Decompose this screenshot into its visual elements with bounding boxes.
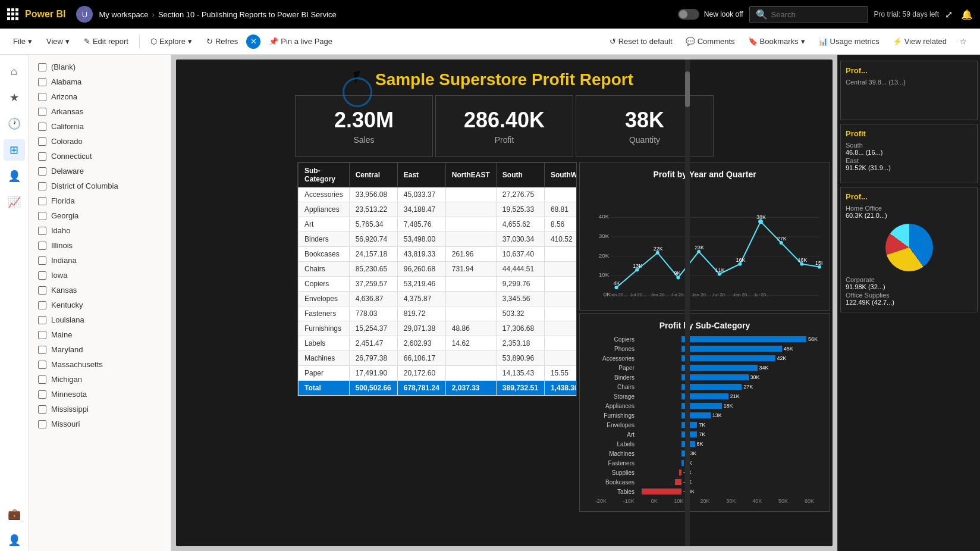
filter-checkbox[interactable]: [38, 182, 46, 190]
bar-chart-row: Phones45K: [587, 345, 822, 353]
bar-chart-row: Bookcases-3K: [587, 478, 822, 486]
filter-item[interactable]: Connecticut: [29, 149, 171, 164]
sidebar-metrics-icon[interactable]: 📈: [4, 192, 25, 213]
user-avatar[interactable]: U: [76, 6, 93, 23]
filter-checkbox[interactable]: [38, 93, 46, 101]
filter-item[interactable]: Arkansas: [29, 104, 171, 119]
filter-item[interactable]: Colorado: [29, 134, 171, 149]
filter-item[interactable]: Arizona: [29, 89, 171, 104]
expand-icon[interactable]: ⤢: [945, 9, 953, 20]
bookmarks-chevron-icon: ▾: [801, 37, 805, 46]
new-look-toggle[interactable]: New look off: [678, 9, 743, 20]
filter-item[interactable]: Delaware: [29, 164, 171, 179]
bar-container: 27K: [637, 383, 822, 391]
new-look-label: New look off: [704, 10, 743, 18]
comments-btn[interactable]: 💬 Comments: [680, 33, 741, 49]
view-menu[interactable]: View ▾: [40, 33, 76, 49]
filter-item[interactable]: Florida: [29, 193, 171, 208]
filter-item[interactable]: Kentucky: [29, 298, 171, 312]
filter-checkbox[interactable]: [38, 63, 46, 71]
filter-checkbox[interactable]: [38, 227, 46, 235]
profit-east: East91.52K (31.9...): [846, 157, 972, 171]
filter-item[interactable]: Massachusetts: [29, 357, 171, 372]
bar-container: 13K: [637, 411, 822, 419]
pin-live-btn[interactable]: 📌 Pin a live Page: [263, 33, 338, 49]
data-table[interactable]: Sub-CategoryCentralEastNorthEASTSouthSou…: [297, 162, 577, 396]
filter-item[interactable]: Idaho: [29, 223, 171, 238]
favorite-btn[interactable]: ☆: [954, 33, 973, 49]
filter-checkbox[interactable]: [38, 331, 46, 339]
explore-btn[interactable]: ⬡ Explore ▾: [145, 33, 198, 49]
filter-item[interactable]: Mississippi: [29, 402, 171, 417]
filter-item[interactable]: (Blank): [29, 60, 171, 74]
table-cell: 4,655.62: [496, 217, 544, 232]
filter-item[interactable]: Maryland: [29, 342, 171, 357]
table-cell: 43,819.33: [397, 247, 445, 262]
view-related-btn[interactable]: ⚡ View related: [887, 33, 953, 49]
table-total-cell: 678,781.24: [397, 381, 445, 396]
bar-container: 6K: [637, 440, 822, 448]
cancel-btn[interactable]: ✕: [246, 35, 260, 49]
filter-checkbox[interactable]: [38, 390, 46, 399]
section-link[interactable]: Section 10 - Publishing Reports to Power…: [158, 10, 337, 19]
filter-item[interactable]: Iowa: [29, 268, 171, 283]
table-cell: Accessories: [299, 187, 350, 202]
filter-checkbox[interactable]: [38, 152, 46, 161]
filter-item[interactable]: Michigan: [29, 372, 171, 387]
refresh-btn[interactable]: ↻ Refres: [200, 33, 244, 49]
filter-checkbox[interactable]: [38, 212, 46, 220]
svg-text:16K: 16K: [736, 257, 745, 263]
notifications-icon[interactable]: 🔔: [961, 9, 973, 20]
filter-checkbox[interactable]: [38, 375, 46, 384]
filter-checkbox[interactable]: [38, 197, 46, 205]
filter-item[interactable]: Indiana: [29, 253, 171, 268]
filter-checkbox[interactable]: [38, 420, 46, 428]
filter-checkbox[interactable]: [38, 271, 46, 280]
filter-item[interactable]: Maine: [29, 327, 171, 342]
sidebar-recent-icon[interactable]: 🕐: [4, 113, 25, 134]
sidebar-apps-icon[interactable]: ⊞: [4, 139, 25, 161]
filter-item[interactable]: Alabama: [29, 74, 171, 89]
filter-panel: (Blank)AlabamaArizonaArkansasCaliforniaC…: [29, 55, 171, 551]
vertical-scrollbar[interactable]: [685, 60, 690, 546]
bookmarks-btn[interactable]: 🔖 Bookmarks ▾: [742, 33, 811, 49]
filter-item[interactable]: Missouri: [29, 417, 171, 431]
filter-checkbox[interactable]: [38, 361, 46, 369]
sidebar-favorites-icon[interactable]: ★: [4, 87, 25, 108]
file-menu[interactable]: File ▾: [7, 33, 38, 49]
filter-checkbox[interactable]: [38, 256, 46, 265]
search-input[interactable]: [771, 10, 855, 19]
search-bar[interactable]: 🔍: [749, 6, 868, 23]
filter-checkbox[interactable]: [38, 167, 46, 176]
sidebar-workspaces-icon[interactable]: 💼: [4, 503, 25, 525]
filter-checkbox[interactable]: [38, 316, 46, 324]
filter-checkbox[interactable]: [38, 123, 46, 131]
table-cell: 66,106.17: [397, 351, 445, 366]
waffle-menu-icon[interactable]: [7, 8, 19, 20]
scrollbar-thumb[interactable]: [685, 71, 690, 107]
usage-metrics-btn[interactable]: 📊 Usage metrics: [812, 33, 885, 49]
bar-fill: [675, 479, 681, 485]
filter-item[interactable]: California: [29, 119, 171, 134]
filter-checkbox[interactable]: [38, 137, 46, 146]
filter-item[interactable]: Minnesota: [29, 387, 171, 402]
filter-item[interactable]: Illinois: [29, 238, 171, 253]
filter-checkbox[interactable]: [38, 78, 46, 86]
sidebar-account-icon[interactable]: 👤: [4, 530, 25, 551]
workspace-link[interactable]: My workspace: [99, 10, 148, 19]
reset-btn[interactable]: ↺ Reset to default: [604, 33, 679, 49]
filter-item[interactable]: Louisiana: [29, 312, 171, 327]
filter-checkbox[interactable]: [38, 405, 46, 414]
filter-item[interactable]: Kansas: [29, 283, 171, 298]
filter-checkbox[interactable]: [38, 301, 46, 309]
filter-checkbox[interactable]: [38, 242, 46, 250]
sidebar-shared-icon[interactable]: 👤: [4, 165, 25, 187]
sidebar-home-icon[interactable]: ⌂: [4, 61, 25, 82]
filter-item[interactable]: District of Columbia: [29, 179, 171, 193]
edit-report-btn[interactable]: ✎ Edit report: [78, 33, 134, 49]
svg-text:Jan 20...: Jan 20...: [651, 292, 668, 298]
filter-checkbox[interactable]: [38, 346, 46, 354]
filter-item[interactable]: Georgia: [29, 208, 171, 223]
filter-checkbox[interactable]: [38, 108, 46, 116]
filter-checkbox[interactable]: [38, 286, 46, 295]
